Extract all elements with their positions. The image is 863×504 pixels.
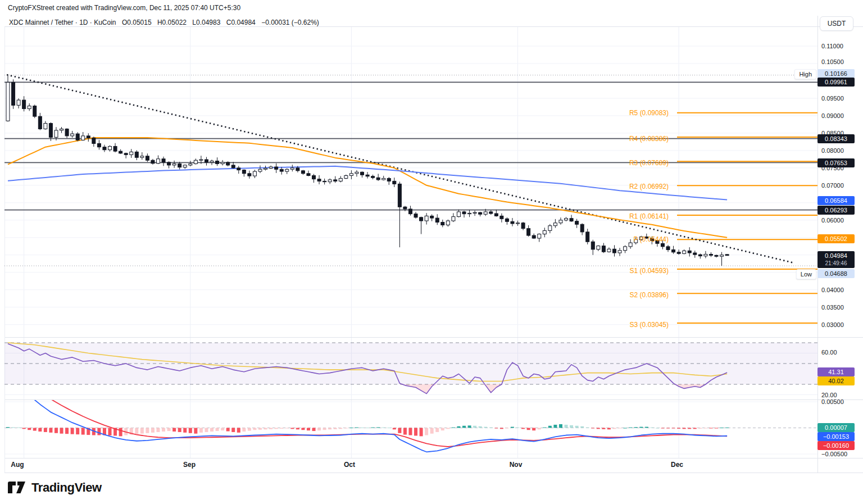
pivot-label-r1[interactable]: R1 (0.06141) (629, 212, 669, 221)
legend-symbol[interactable]: XDC Mainnet / Tether · 1D · KuCoin (9, 19, 116, 26)
credit-line: CryptoFXStreet created with TradingView.… (8, 4, 240, 12)
level-badge: 0.07653 (817, 158, 855, 167)
price-tick: 0.10500 (821, 58, 844, 66)
currency-button[interactable]: USDT (820, 16, 853, 31)
pivot-label-r3[interactable]: R3 (0.07689) (629, 158, 669, 167)
level-badge: 0.09961 (817, 78, 855, 87)
pivot-label-s3[interactable]: S3 (0.03045) (630, 320, 669, 329)
tradingview-logo-icon (8, 482, 26, 494)
price-tick: 0.03000 (821, 321, 844, 329)
pivot-label-s2[interactable]: S2 (0.03896) (630, 290, 669, 299)
macd-hist-badge: 0.00007 (817, 423, 855, 432)
chart-canvas[interactable] (0, 0, 863, 504)
month-label-dec: Dec (671, 461, 683, 469)
month-label-aug: Aug (11, 461, 24, 469)
tradingview-logo[interactable]: TradingView (8, 480, 102, 495)
price-tick: 0.06000 (821, 216, 844, 224)
macd-tick: −0.00500 (821, 450, 847, 458)
macd-value-badge: −0.00153 (817, 432, 855, 441)
legend-low: L0.04983 (192, 19, 220, 26)
level-badge: 0.06293 (817, 206, 855, 215)
tradingview-logo-text: TradingView (31, 480, 102, 495)
price-tick: 0.07000 (821, 181, 844, 189)
price-tick: 0.03500 (821, 303, 844, 311)
month-label-sep: Sep (183, 461, 196, 469)
rsi-tick: 60.00 (821, 348, 837, 356)
low-tag: Low (796, 269, 816, 279)
legend-open: O0.05015 (122, 19, 152, 26)
low-value-badge: 0.04688 (817, 269, 855, 278)
last-price-value: 0.04984 (825, 252, 847, 260)
pivot-label-s1[interactable]: S1 (0.04593) (630, 266, 669, 275)
month-label-oct: Oct (344, 461, 355, 469)
price-tick: 0.11000 (821, 42, 843, 50)
pivot-label-r4[interactable]: R4 (0.08386) (629, 134, 669, 143)
price-tick: 0.08000 (821, 147, 844, 155)
pivot-label-r5[interactable]: R5 (0.09083) (629, 108, 669, 117)
pivot-label-p[interactable]: P (0.05444) (634, 235, 669, 244)
rsi-ma-value-badge: 40.02 (817, 376, 855, 385)
legend-change: −0.00031 (−0.62%) (261, 19, 319, 26)
last-price-badge: 0.04984 21:49:46 (817, 251, 855, 268)
tradingview-chart-page: CryptoFXStreet created with TradingView.… (0, 0, 863, 504)
macd-tick: 0.00500 (821, 398, 844, 406)
rsi-value-badge: 41.31 (817, 367, 855, 376)
symbol-legend: XDC Mainnet / Tether · 1D · KuCoin O0.05… (9, 19, 323, 26)
pivot-label-r2[interactable]: R2 (0.06992) (629, 182, 669, 191)
month-label-nov: Nov (510, 461, 523, 469)
high-tag: High (794, 69, 816, 79)
bar-countdown: 21:49:46 (825, 260, 847, 267)
macd-signal-badge: −0.00160 (817, 441, 855, 450)
price-tick: 0.09000 (821, 112, 844, 120)
ma-fast-badge: 0.05502 (817, 234, 855, 243)
ma-slow-badge: 0.06584 (817, 196, 855, 205)
legend-close: C0.04984 (226, 19, 256, 26)
price-tick: 0.09500 (821, 94, 844, 102)
high-value-badge: 0.10166 (817, 69, 855, 78)
price-tick: 0.04000 (821, 286, 844, 294)
legend-high: H0.05022 (157, 19, 187, 26)
level-badge: 0.08343 (817, 134, 855, 143)
